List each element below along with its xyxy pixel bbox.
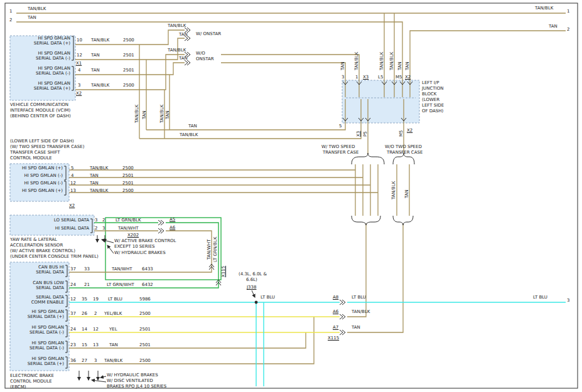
wiring-diagram-page: 1 2 TAN/BLK TAN TAN/BLK 1 TAN 2 LT BLU 3…	[0, 0, 582, 392]
wire-label: LT BLU	[533, 295, 547, 300]
module-caption-line: (BEHIND CENTER OF DASH)	[10, 114, 71, 119]
wire-label-vertical: TAN/BLK	[391, 181, 396, 199]
tcase-row-label: HI SPD GMLAN (+)	[11, 188, 63, 193]
wire-label: LT BLU	[261, 295, 275, 300]
vcim-row-label: SERIAL DATA (+)	[11, 86, 70, 91]
note-line: 6.6L)	[246, 277, 257, 282]
pin-number: 36	[70, 358, 76, 363]
wire-label: TAN/BLK	[28, 6, 46, 11]
block-caption-line: (LOWER	[422, 97, 439, 102]
module-caption-line: (W/ ACTIVE BRAKE CONTROL)	[10, 248, 75, 253]
pin-number: 12	[70, 181, 76, 186]
pin-number: 24	[70, 282, 76, 287]
wire-label-vertical: TAN/BLK	[389, 52, 394, 70]
pin-number: 5	[339, 124, 342, 129]
wire-label: TAN/BLK	[535, 6, 553, 11]
pin-number: 13	[93, 342, 99, 347]
pin-number: 21	[84, 282, 90, 287]
wire-label-vertical: TAN/BLK	[379, 52, 384, 70]
wiring-layer	[0, 0, 582, 392]
ebcm-row-label: SERIAL DATA (+)	[11, 361, 64, 366]
yaw-row-label: LO SERIAL DATA	[11, 218, 89, 223]
wire-label-vertical: TAN	[340, 61, 345, 70]
connector-id: X2	[69, 203, 75, 208]
pin-number: 24	[70, 327, 76, 332]
module-caption-line: (UNDER CENTER CONSOLE TRIM PANEL)	[10, 254, 99, 259]
junction-block-box	[342, 80, 419, 123]
ebcm-row-label: SERIAL DATA	[11, 270, 64, 275]
connector-chevrons	[158, 28, 412, 335]
connector-id: X2	[405, 75, 411, 80]
pin-number: 12	[77, 53, 82, 58]
wire-label-vertical: LT GRN/BLK	[213, 236, 218, 262]
pin-number: 35	[82, 297, 87, 302]
circuit-number: 2501	[123, 53, 134, 58]
note-line: W/ HYDRAULIC BRAKES	[114, 250, 166, 255]
module-caption-line: CONTROL MODULE	[10, 379, 52, 384]
pin-number: 33	[84, 267, 90, 272]
edge-marker-right-2: 2	[567, 27, 569, 32]
tcase-row-label: HI SPD GMLAN (-)	[11, 173, 63, 178]
wire-label-vertical: TAN	[397, 61, 402, 70]
circuit-number: 2501	[122, 181, 134, 186]
pin-number: 1	[355, 75, 358, 80]
ebcm-row-label: SERIAL DATA (-)	[11, 330, 64, 335]
wire-label: TAN	[28, 15, 36, 20]
variant-label: W/O TWO SPEED	[385, 144, 422, 149]
pin-number: 4	[71, 173, 73, 178]
wire-label: TAN	[352, 325, 360, 330]
wire-label: TAN	[179, 32, 188, 37]
terminal-id: A5	[170, 217, 175, 222]
wire-label: TAN/BLK	[180, 132, 198, 137]
module-caption-line: TRANSFER CASE SHIFT	[10, 150, 60, 155]
ebcm-row-label: SERIAL DATA	[11, 285, 64, 290]
pin-number: 26	[82, 311, 87, 316]
wire-label: TAN/BLK	[168, 23, 186, 28]
wire-label: TAN/BLK	[90, 188, 108, 193]
ebcm-row-label: SERIAL DATA (+)	[11, 314, 64, 319]
ebcm-row-label: COMM ENABLE	[11, 300, 64, 305]
circuit-number: 6433	[142, 267, 153, 272]
ebcm-row-label: HI SPD GMLAN	[11, 341, 64, 346]
circuit-number: 5986	[139, 297, 151, 302]
vcim-row-label: HI SPD GMLAN	[11, 51, 70, 56]
note-line: W/ ACTIVE BRAKE CONTROL	[114, 238, 176, 243]
ebcm-row-label: CAN BUS LOW	[11, 280, 64, 285]
pin-number: 12	[70, 297, 76, 302]
wire-label: LT BLU	[352, 295, 366, 300]
terminal-id: A6	[333, 309, 338, 314]
block-caption-line: LEFT I/P	[422, 80, 439, 85]
pin-number-vertical: P5	[363, 131, 368, 137]
pin-number: 37	[70, 267, 76, 272]
connector-id: X2	[76, 91, 82, 96]
wire-label: TAN/BLK	[91, 38, 109, 43]
edge-marker-right-1: 1	[567, 9, 569, 14]
pin-number: 15	[82, 342, 87, 347]
wire-label-vertical: TAN	[165, 110, 170, 119]
wire-label: TAN/WHT	[112, 267, 132, 272]
terminal-id: A8	[333, 295, 338, 300]
ebcm-row-label: SERIAL DATA (-)	[11, 346, 64, 351]
wire-label: TAN/BLK	[352, 309, 370, 314]
note-line: BRAKES RPO JL4 10 SERIES	[107, 384, 166, 389]
wire-label: TAN	[90, 173, 99, 178]
module-caption-line: ELECTRONIC BRAKE	[10, 373, 54, 378]
block-caption-line: JUNCTION	[422, 86, 443, 91]
variant-label: TRANSFER CASE	[387, 150, 423, 155]
circuit-number: 2501	[123, 68, 134, 73]
note-line: W/ DISC VENTILATED	[107, 378, 153, 383]
module-caption-line: (LOWER LEFT SIDE OF DASH)	[10, 139, 74, 144]
vcim-row-label: HI SPD GMLAN	[11, 36, 70, 41]
variant-label: ONSTAR	[196, 56, 214, 61]
pin-number: 3	[94, 358, 97, 363]
wire-label: TAN/BLK	[168, 48, 186, 53]
circuit-number: 2500	[123, 38, 134, 43]
connector-id: X1	[76, 61, 82, 66]
ebcm-row-label: HI SPD GMLAN	[11, 356, 64, 361]
edge-marker-left-2: 2	[9, 18, 12, 23]
vcim-row-label: HI SPD GMLAN	[11, 66, 70, 71]
pin-number: 37	[70, 311, 76, 316]
pin-number: 2	[95, 226, 97, 231]
block-caption-line: BLOCK	[422, 92, 436, 97]
circuit-number: 2500	[139, 311, 151, 316]
